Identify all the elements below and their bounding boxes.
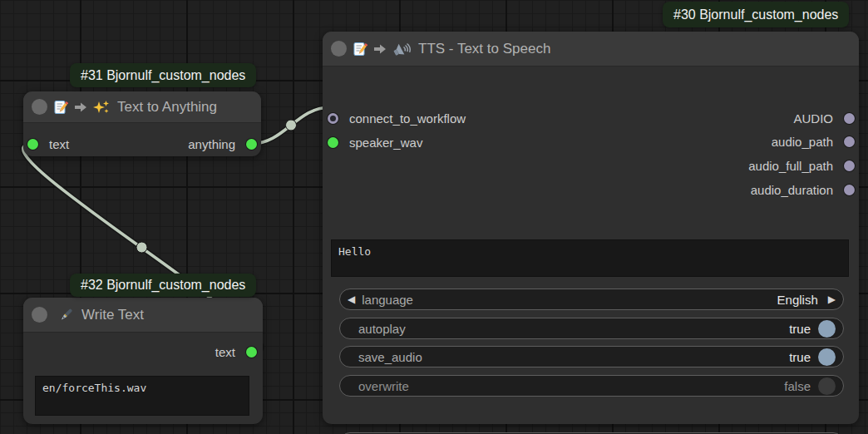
arrow-right-icon: [74, 101, 87, 113]
node-text-to-anything[interactable]: Text to Anything text anything: [23, 91, 261, 156]
wire-midpoint-dot[interactable]: [286, 120, 297, 131]
node-id-badge-32: #32 Bjornulf_custom_nodes: [70, 274, 256, 297]
tts-text-input[interactable]: Hello: [331, 239, 849, 277]
fountain-pen-icon: [57, 307, 74, 323]
node-title: TTS - Text to Speech: [418, 41, 550, 57]
toggle-dot-icon[interactable]: [818, 377, 836, 395]
node-title: Text to Anything: [117, 99, 217, 116]
node-title: Write Text: [81, 307, 144, 323]
loudspeaker-icon: [392, 41, 411, 57]
port-dot-icon[interactable]: [27, 139, 38, 150]
increment-arrow-icon[interactable]: ▶: [828, 294, 836, 304]
arrow-right-icon: [373, 43, 387, 55]
output-port-audio[interactable]: AUDIO: [793, 106, 855, 130]
toggle-dot-icon[interactable]: [818, 320, 836, 338]
sparkles-icon: [93, 100, 110, 115]
node-id-badge-30: #30 Bjornulf_custom_nodes: [663, 2, 849, 27]
widget-overwrite[interactable]: overwrite false: [339, 375, 844, 397]
port-dot-icon[interactable]: [844, 160, 855, 171]
port-dot-icon[interactable]: [328, 113, 338, 124]
node-header[interactable]: Write Text: [23, 298, 263, 333]
input-port-speaker-wav[interactable]: speaker_wav: [328, 131, 422, 154]
output-port-text[interactable]: text: [215, 340, 257, 363]
input-port-connect-to-workflow[interactable]: connect_to_workflow: [328, 106, 466, 130]
output-port-audio-duration[interactable]: audio_duration: [751, 178, 855, 201]
memo-icon: [353, 42, 367, 57]
output-port-anything[interactable]: anything: [188, 132, 257, 155]
toggle-dot-icon[interactable]: [818, 348, 836, 366]
output-port-audio-path[interactable]: audio_path: [772, 130, 855, 153]
wire-midpoint-dot[interactable]: [136, 242, 147, 253]
node-write-text[interactable]: Write Text text en/forceThis.wav: [23, 298, 263, 424]
collapse-dot[interactable]: [331, 41, 347, 57]
widget-autoplay[interactable]: autoplay true: [339, 318, 844, 339]
port-dot-icon[interactable]: [246, 139, 257, 150]
node-editor-canvas[interactable]: Text to Anything text anything: [0, 0, 868, 434]
node-header[interactable]: Text to Anything: [23, 91, 261, 123]
port-dot-icon[interactable]: [844, 185, 855, 195]
node-id-badge-31: #31 Bjornulf_custom_nodes: [70, 63, 256, 87]
output-port-audio-full-path[interactable]: audio_full_path: [748, 154, 855, 177]
port-dot-icon[interactable]: [328, 137, 338, 148]
input-port-text[interactable]: text: [27, 132, 69, 155]
port-dot-icon[interactable]: [246, 347, 257, 358]
widget-save-audio[interactable]: save_audio true: [339, 346, 844, 367]
write-text-input[interactable]: en/forceThis.wav: [35, 376, 249, 416]
collapse-dot[interactable]: [32, 99, 47, 115]
memo-icon: [53, 100, 68, 115]
widget-language[interactable]: ◀ language English ▶: [339, 289, 844, 310]
port-dot-icon[interactable]: [844, 136, 855, 147]
collapse-dot[interactable]: [32, 307, 47, 323]
node-tts-text-to-speech[interactable]: TTS - Text to Speech connect_to_workflow…: [323, 32, 859, 424]
decrement-arrow-icon[interactable]: ◀: [348, 294, 355, 304]
port-dot-icon[interactable]: [844, 113, 855, 124]
node-header[interactable]: TTS - Text to Speech: [323, 32, 859, 67]
